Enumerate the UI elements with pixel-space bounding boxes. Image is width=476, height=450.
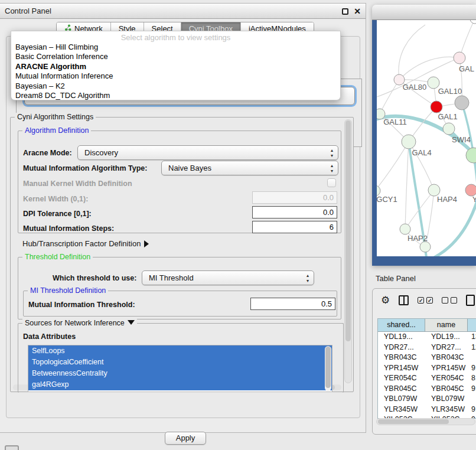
column-header[interactable]: name	[425, 319, 468, 332]
dpi-tolerance-field[interactable]: 0.0	[252, 206, 337, 219]
network-node-gal[interactable]	[454, 52, 465, 64]
table-cell: YER054C	[425, 373, 468, 384]
table-cell	[468, 394, 476, 405]
algorithm-option[interactable]: Dream8 DC_TDC Algorithm	[11, 91, 340, 100]
algorithm-option[interactable]: Bayesian – Hill Climbing	[11, 43, 340, 52]
sources-group-title[interactable]: Sources for Network Inference	[22, 319, 137, 327]
hub-tf-definition-toggle[interactable]: Hub/Transcription Factor Definition	[22, 239, 149, 248]
algorithm-option[interactable]: ARACNE Algorithm	[11, 62, 340, 71]
export-table-icon[interactable]	[466, 295, 475, 306]
table-horizontal-scrollbar[interactable]	[376, 418, 475, 425]
table-cell: YDR27...	[378, 343, 425, 353]
network-edge[interactable]	[377, 142, 409, 191]
network-node-hap4[interactable]	[428, 184, 440, 196]
settings-group-title: Cyni Algorithm Settings	[15, 113, 96, 121]
data-attributes-list[interactable]: SelfLoopsTopologicalCoefficientBetweenne…	[28, 345, 332, 392]
network-view-window[interactable]: GALGAL80GAL10GAL1GAL11SWI4GAL4GCY1HAP4YH…	[372, 5, 476, 266]
data-attributes-label: Data Attributes	[23, 332, 76, 341]
node-label: SWI4	[452, 135, 471, 144]
control-panel-titlebar: Control Panel ✕	[0, 4, 366, 19]
table-row[interactable]: YBL079WYBL079W	[378, 394, 476, 405]
table-cell: YPR145W	[378, 363, 425, 374]
unchecked-box-icon	[442, 297, 448, 304]
dpi-tolerance-label: DPI Tolerance [0,1]:	[23, 210, 92, 218]
manual-kernel-width-label: Manual Kernel Width Definition	[23, 180, 132, 188]
select-all-icon[interactable]: ✓ ✓	[418, 297, 433, 304]
network-edge[interactable]	[405, 142, 409, 229]
manual-kernel-width-checkbox[interactable]	[327, 178, 336, 187]
network-node[interactable]	[420, 242, 431, 252]
node-label: Y	[472, 195, 476, 204]
aracne-mode-combo[interactable]: Discovery	[77, 145, 338, 160]
table-cell: YBR045C	[425, 384, 468, 394]
network-node-gal4[interactable]	[402, 135, 416, 149]
table-cell: YBL079W	[378, 394, 425, 405]
network-edge[interactable]	[399, 57, 459, 80]
attribute-item[interactable]: gal4RGexp	[28, 379, 332, 390]
table-row[interactable]: YDL19...YDL19...13	[378, 332, 476, 343]
table-cell: YBR043C	[378, 353, 425, 363]
network-node-hap2[interactable]	[400, 224, 410, 234]
table-cell: YLR345W	[378, 405, 425, 415]
table-row[interactable]: YBR043CYBR043C	[378, 353, 476, 363]
table-row[interactable]: YER054CYER054C8.	[378, 373, 476, 384]
network-canvas[interactable]: GALGAL80GAL10GAL1GAL11SWI4GAL4GCY1HAP4YH…	[372, 20, 476, 266]
network-node-swi4[interactable]	[443, 123, 455, 135]
algorithm-option[interactable]: Basic Correlation Inference	[11, 52, 340, 61]
network-node[interactable]	[470, 20, 476, 24]
table-row[interactable]: YLR345WYLR345W9.	[378, 405, 476, 415]
settings-vertical-scrollbar[interactable]	[344, 119, 352, 383]
table-cell: YBL079W	[425, 394, 468, 405]
columns-icon[interactable]	[399, 295, 409, 305]
network-node-gal1[interactable]	[431, 101, 442, 113]
close-icon[interactable]: ✕	[354, 6, 361, 17]
kernel-width-field[interactable]: 0.0	[252, 191, 337, 204]
collapsed-arrow-icon	[144, 240, 149, 247]
gear-icon[interactable]: ⚙	[381, 295, 390, 306]
network-edge[interactable]	[399, 25, 425, 80]
table-row[interactable]: YDR27...YDR27...12	[378, 343, 476, 353]
apply-button[interactable]: Apply	[165, 432, 206, 445]
table-cell: 9.	[468, 384, 476, 394]
table-cell: YBR045C	[378, 384, 425, 394]
which-threshold-combo[interactable]: MI Threshold	[142, 270, 314, 285]
algorithm-dropdown-popup: Select algorithm to view settings Bayesi…	[11, 31, 341, 100]
table-row[interactable]: YBR045CYBR045C9.	[378, 384, 476, 394]
algorithm-option[interactable]: Bayesian – K2	[11, 81, 340, 91]
attributes-scrollbar[interactable]	[325, 346, 331, 391]
mi-algorithm-type-combo[interactable]: Naive Bayes	[161, 161, 338, 175]
mi-steps-label: Mutual Information Steps:	[23, 224, 114, 233]
table-row[interactable]: YPR145WYPR145W9.	[378, 363, 476, 374]
network-node-y[interactable]	[465, 184, 476, 196]
node-label: GCY1	[377, 195, 397, 204]
table-toolbar: ⚙ ✓ ✓	[381, 295, 475, 306]
node-table: shared...nameA YDL19...YDL19...13YDR27..…	[377, 318, 476, 419]
deselect-all-icon[interactable]	[442, 297, 457, 304]
algorithm-option[interactable]: Mutual Information Inference	[11, 71, 340, 81]
column-header[interactable]: A	[468, 319, 476, 332]
node-label: GAL4	[412, 148, 431, 157]
mi-steps-field[interactable]: 6	[252, 221, 337, 233]
network-graph[interactable]: GALGAL80GAL10GAL1GAL11SWI4GAL4GCY1HAP4YH…	[377, 20, 476, 256]
float-window-icon[interactable]	[342, 8, 348, 15]
attribute-item[interactable]: BetweennessCentrality	[28, 368, 332, 379]
checked-box-icon: ✓	[426, 297, 433, 304]
network-window-titlebar[interactable]	[372, 5, 476, 20]
table-cell: YLR345W	[425, 405, 468, 415]
network-node[interactable]	[455, 96, 469, 110]
dock-chip[interactable]	[5, 445, 19, 450]
attribute-item[interactable]: TopologicalCoefficient	[28, 357, 332, 368]
desktop: Control Panel ✕ NetworkStyleSelectCyni T…	[0, 0, 476, 450]
table-cell: YDR27...	[425, 343, 468, 353]
network-edge[interactable]	[380, 80, 399, 114]
expanded-arrow-icon	[128, 320, 135, 325]
table-cell: 13	[468, 332, 476, 343]
attribute-item[interactable]: SelfLoops	[28, 345, 332, 357]
algorithm-definition-group: Algorithm Definition Aracne Mode: Discov…	[18, 131, 341, 233]
table-cell: 9.	[468, 363, 476, 374]
mi-threshold-field[interactable]: 0.5	[250, 298, 335, 310]
table-header-row: shared...nameA	[378, 319, 476, 332]
node-label: HAP4	[437, 195, 457, 204]
column-header[interactable]: shared...	[378, 319, 425, 332]
which-threshold-label: Which threshold to use:	[53, 274, 136, 282]
